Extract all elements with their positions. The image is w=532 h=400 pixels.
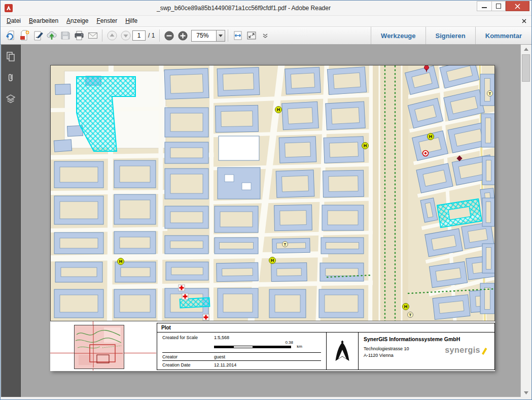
scroll-up-button[interactable]: [521, 45, 531, 53]
upload-cloud-icon: [46, 30, 57, 41]
create-pdf-icon: [19, 30, 30, 41]
page-thumbnails-icon: [6, 51, 16, 61]
svg-text:H: H: [271, 258, 274, 263]
scale-label: Created for Scale: [162, 335, 214, 340]
print-icon: [74, 30, 85, 41]
menu-fenster[interactable]: Fenster: [92, 16, 121, 26]
page-count-label: / 1: [148, 32, 155, 39]
email-button[interactable]: [86, 29, 99, 43]
minimize-button[interactable]: [477, 1, 491, 11]
attachments-button[interactable]: [5, 72, 16, 83]
zoom-in-button[interactable]: [176, 29, 190, 43]
toolbar: / 1 75% Werkzeuge Signieren Kommentar: [1, 27, 531, 45]
comment-panel-button[interactable]: Kommentar: [475, 27, 531, 44]
svg-text:H: H: [364, 143, 367, 148]
vertical-scrollbar[interactable]: [520, 45, 531, 397]
navigation-sidebar: [1, 45, 21, 397]
plot-info-box: Plot Created for Scale 1:5,568: [157, 323, 495, 370]
menu-bearbeiten[interactable]: Bearbeiten: [25, 16, 62, 26]
reading-mode-icon: [246, 30, 257, 41]
minimize-icon: [482, 4, 487, 9]
sign-panel-button[interactable]: Signieren: [425, 27, 475, 44]
fit-width-button[interactable]: [231, 29, 244, 43]
scale-unit: km: [297, 344, 302, 349]
svg-text:H: H: [277, 107, 280, 112]
zoom-in-icon: [178, 30, 188, 41]
save-button[interactable]: [58, 29, 72, 43]
synergis-logo: synergis: [445, 346, 487, 355]
previous-page-icon: [107, 30, 118, 41]
close-button[interactable]: [506, 1, 529, 11]
zoom-out-button[interactable]: [162, 29, 176, 43]
titlebar[interactable]: _swp_b60ce89a85b14490871a1cc56f9cfdf1.pd…: [1, 1, 531, 16]
scrollbar-thumb[interactable]: [522, 54, 530, 82]
zoom-out-icon: [164, 30, 174, 41]
scale-value: 1:5,568: [214, 335, 229, 340]
pdf-page[interactable]: HHHHHHTTT: [50, 65, 495, 371]
email-icon: [87, 30, 98, 41]
maximize-icon: [496, 4, 501, 9]
scale-distance: 0.38: [285, 340, 293, 345]
close-icon: [515, 4, 520, 9]
next-page-icon: [120, 30, 131, 41]
upload-cloud-button[interactable]: [45, 29, 58, 43]
city-map-canvas[interactable]: HHHHHHTTT: [50, 65, 495, 321]
menubar-close-icon: [522, 19, 526, 23]
svg-text:H: H: [404, 304, 408, 309]
layers-button[interactable]: [5, 93, 16, 105]
svg-text:H: H: [119, 259, 123, 264]
open-file-button[interactable]: [4, 29, 17, 43]
document-area[interactable]: HHHHHHTTT: [21, 45, 520, 397]
north-arrow: [326, 332, 359, 370]
more-tools-chevron-icon: [263, 34, 268, 38]
page-thumbnails-button[interactable]: [5, 51, 16, 62]
menu-datei[interactable]: Datei: [3, 16, 25, 26]
creation-date-label: Creation Date: [162, 362, 214, 368]
open-file-icon: [5, 30, 16, 41]
scroll-down-icon: [524, 391, 528, 394]
adobe-reader-app-icon: [5, 4, 13, 12]
menubar-close-button[interactable]: [522, 19, 526, 23]
scale-bar: 0.38 km: [214, 346, 291, 348]
adobe-reader-window: _swp_b60ce89a85b14490871a1cc56f9cfdf1.pd…: [0, 0, 532, 400]
svg-text:T: T: [284, 242, 287, 247]
plot-footer: Plot Created for Scale 1:5,568: [50, 321, 495, 371]
plot-title: Plot: [157, 323, 494, 332]
menu-hilfe[interactable]: Hilfe: [121, 16, 141, 26]
company-name: SynerGIS Informationssysteme GmbH: [364, 336, 489, 342]
sign-document-icon: [32, 30, 44, 41]
fit-width-icon: [232, 30, 243, 41]
sign-document-button[interactable]: [31, 29, 45, 43]
tools-panel-button[interactable]: Werkzeuge: [371, 27, 425, 44]
zoom-level-value: 75%: [192, 30, 216, 41]
svg-text:T: T: [409, 313, 412, 317]
svg-text:T: T: [489, 91, 491, 96]
print-button[interactable]: [72, 29, 86, 43]
layers-icon: [6, 94, 16, 104]
paperclip-icon: [6, 73, 16, 83]
synergis-logo-text: synergis: [445, 346, 480, 355]
zoom-level-select[interactable]: 75%: [191, 30, 225, 42]
menubar: Datei Bearbeiten Anzeige Fenster Hilfe: [1, 16, 531, 27]
scroll-up-icon: [524, 48, 528, 51]
previous-page-button[interactable]: [105, 29, 119, 43]
chevron-down-icon: [219, 35, 223, 37]
overview-map: [74, 325, 124, 369]
scroll-down-button[interactable]: [521, 388, 531, 397]
svg-text:H: H: [429, 134, 433, 139]
menu-anzeige[interactable]: Anzeige: [62, 16, 92, 26]
next-page-button[interactable]: [119, 29, 132, 43]
more-tools-button[interactable]: [258, 29, 272, 43]
save-icon: [60, 30, 71, 41]
creator-label: Creator: [162, 354, 214, 359]
maximize-button[interactable]: [491, 1, 506, 11]
synergis-logo-mark-icon: [481, 347, 487, 355]
window-title: _swp_b60ce89a85b14490871a1cc56f9cfdf1.pd…: [16, 5, 472, 12]
create-pdf-button[interactable]: [17, 29, 31, 43]
creation-date-value: 12.11.2014: [214, 362, 236, 368]
zoom-dropdown-arrow[interactable]: [216, 30, 225, 41]
page-number-input[interactable]: [132, 30, 146, 41]
creator-value: guest: [214, 354, 225, 359]
reading-mode-button[interactable]: [244, 29, 258, 43]
